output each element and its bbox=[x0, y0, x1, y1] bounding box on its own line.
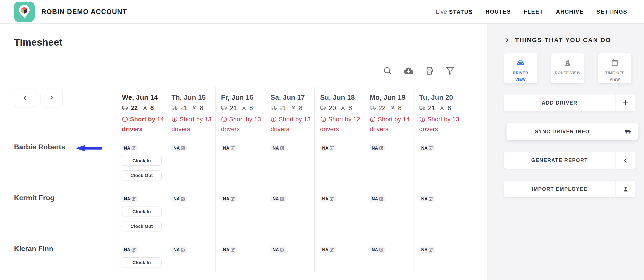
timesheet-table: We, Jun 14228Short by 14 driversTh, Jun … bbox=[0, 87, 463, 272]
day-header-5: Su, Jun 18208Short by 12 drivers bbox=[314, 87, 364, 136]
time-entry-chip[interactable]: NA bbox=[320, 196, 336, 202]
drivers-count: 8 bbox=[299, 104, 302, 112]
timesheet-cell: NA bbox=[364, 238, 414, 272]
time-entry-chip[interactable]: NA bbox=[221, 246, 237, 253]
time-entry-chip[interactable]: NA bbox=[419, 246, 435, 253]
nav-item-settings[interactable]: SETTINGS bbox=[596, 8, 627, 15]
time-entry-chip[interactable]: NA bbox=[419, 145, 435, 151]
filter-icon bbox=[445, 66, 455, 76]
print-button[interactable] bbox=[424, 66, 434, 76]
day-counts: 208 bbox=[320, 104, 364, 112]
day-date: Mo, Jun 19 bbox=[370, 94, 414, 102]
person-icon bbox=[340, 104, 346, 112]
nav-item-fleet[interactable]: FLEET bbox=[524, 8, 543, 15]
shortage-text: Short by 14 drivers bbox=[122, 116, 164, 132]
time-entry-chip[interactable]: NA bbox=[320, 246, 336, 253]
generate-report-button[interactable]: GENERATE REPORT bbox=[504, 152, 636, 168]
sync-driver-info-button[interactable]: SYNC DRIVER INFO bbox=[506, 123, 638, 140]
time-entry-chip[interactable]: NA bbox=[370, 246, 386, 253]
time-entry-chip[interactable]: NA bbox=[221, 196, 237, 202]
action-button-iconbox bbox=[615, 152, 636, 168]
time-entry-chip[interactable]: NA bbox=[270, 145, 286, 151]
nav-item-routes[interactable]: ROUTES bbox=[486, 8, 511, 15]
truck-icon bbox=[320, 104, 327, 112]
warning-icon bbox=[172, 116, 178, 122]
shortage-warning: Short by 13 drivers bbox=[270, 114, 316, 134]
time-entry-value: NA bbox=[421, 247, 428, 252]
time-entry-chip[interactable]: NA bbox=[122, 246, 138, 253]
time-entry-chip[interactable]: NA bbox=[171, 145, 187, 151]
time-entry-chip[interactable]: NA bbox=[270, 246, 286, 253]
edit-icon bbox=[180, 145, 186, 151]
time-entry-chip[interactable]: NA bbox=[320, 145, 336, 151]
timesheet-cell: NA bbox=[215, 136, 265, 187]
edit-icon bbox=[280, 196, 285, 202]
filter-button[interactable] bbox=[445, 66, 455, 76]
time-entry-value: NA bbox=[124, 146, 130, 151]
sidebar-actions: ADD DRIVERSYNC DRIVER INFOGENERATE REPOR… bbox=[504, 94, 636, 197]
clock-in-button[interactable]: Clock In bbox=[122, 156, 162, 166]
view-card-route-view[interactable]: ROUTE VIEW bbox=[551, 53, 584, 83]
driver-name-cell: Kermit Frog bbox=[0, 187, 116, 238]
time-entry-value: NA bbox=[223, 247, 229, 252]
day-date: Sa, Jun 17 bbox=[270, 94, 314, 102]
time-entry-chip[interactable]: NA bbox=[419, 196, 435, 202]
time-entry-value: NA bbox=[322, 247, 328, 252]
time-entry-chip[interactable]: NA bbox=[370, 145, 386, 151]
timesheet-cell: NA bbox=[314, 238, 364, 272]
edit-icon bbox=[280, 247, 285, 252]
cloud-download-icon bbox=[404, 66, 413, 76]
time-entry-chip[interactable]: NA bbox=[171, 196, 187, 202]
time-entry-value: NA bbox=[174, 196, 180, 202]
previous-week-button[interactable] bbox=[14, 88, 36, 107]
nav-item-status[interactable]: LiveSTATUS bbox=[436, 8, 473, 15]
time-entry-chip[interactable]: NA bbox=[122, 196, 138, 202]
app-logo-icon bbox=[14, 2, 35, 22]
chevron-left-icon bbox=[622, 157, 629, 164]
routes-count: 22 bbox=[131, 104, 138, 112]
time-entry-value: NA bbox=[372, 196, 378, 202]
timesheet-cell: NAClock In bbox=[116, 238, 166, 272]
person-icon bbox=[389, 104, 396, 112]
nav-item-prefix: Live bbox=[436, 8, 447, 15]
view-card-label: TIME OFF VIEW bbox=[602, 70, 628, 83]
time-entry-chip[interactable]: NA bbox=[221, 145, 237, 151]
view-card-label: DRIVER VIEW bbox=[508, 70, 534, 83]
day-counts: 218 bbox=[221, 104, 265, 112]
sidebar-heading[interactable]: THINGS THAT YOU CAN DO bbox=[504, 36, 611, 44]
import-employee-button[interactable]: IMPORT EMPLOYEE bbox=[504, 181, 636, 197]
time-entry-chip[interactable]: NA bbox=[122, 145, 138, 151]
warning-icon bbox=[419, 116, 426, 122]
time-entry-chip[interactable]: NA bbox=[270, 196, 286, 202]
view-card-driver-view[interactable]: DRIVER VIEW bbox=[504, 53, 537, 83]
nav-item-archive[interactable]: ARCHIVE bbox=[556, 8, 584, 15]
cloud-download-button[interactable] bbox=[404, 66, 414, 76]
clock-out-button[interactable]: Clock Out bbox=[122, 170, 162, 180]
routes-count: 21 bbox=[230, 104, 237, 112]
clock-in-button[interactable]: Clock In bbox=[122, 206, 162, 216]
timesheet-page: ROBIN DEMO ACCOUNT LiveSTATUSROUTESFLEET… bbox=[0, 0, 644, 280]
edit-icon bbox=[428, 247, 434, 252]
day-counts: 218 bbox=[419, 104, 463, 112]
things-sidebar: THINGS THAT YOU CAN DO DRIVER VIEWROUTE … bbox=[487, 24, 644, 280]
table-row: Kermit FrogNAClock InClock OutNANANANANA… bbox=[0, 187, 463, 238]
timesheet-cell: NA bbox=[364, 187, 414, 238]
time-entry-chip[interactable]: NA bbox=[370, 196, 386, 202]
time-entry-value: NA bbox=[421, 146, 428, 151]
action-button-iconbox bbox=[618, 123, 638, 140]
add-driver-button[interactable]: ADD DRIVER bbox=[504, 94, 636, 111]
page-title: Timesheet bbox=[14, 37, 62, 48]
driver-name-cell: Kieran Finn bbox=[0, 238, 116, 272]
search-button[interactable] bbox=[383, 66, 393, 76]
clock-out-button[interactable]: Clock Out bbox=[122, 221, 162, 231]
driver-name-cell: Barbie Roberts bbox=[0, 136, 116, 187]
time-entry-value: NA bbox=[174, 247, 180, 252]
time-entry-chip[interactable]: NA bbox=[171, 246, 187, 253]
routes-count: 22 bbox=[378, 104, 386, 112]
clock-in-button[interactable]: Clock In bbox=[122, 258, 162, 267]
next-week-button[interactable] bbox=[40, 88, 62, 107]
table-row: Barbie RobertsNAClock InClock OutNANANAN… bbox=[0, 136, 463, 187]
edit-icon bbox=[379, 196, 384, 202]
view-card-time-off-view[interactable]: TIME OFF VIEW bbox=[598, 53, 631, 83]
drivers-count: 8 bbox=[249, 104, 253, 112]
